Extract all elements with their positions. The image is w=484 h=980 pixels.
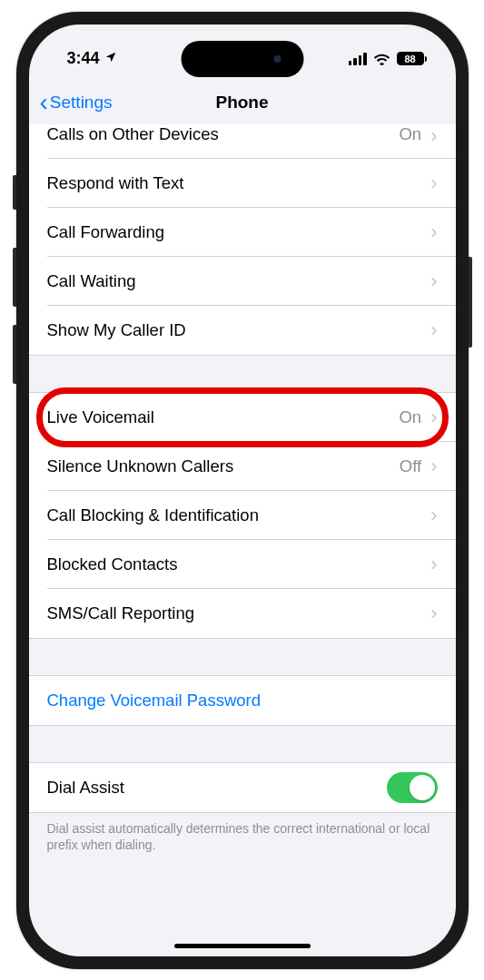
home-indicator[interactable] bbox=[174, 944, 311, 948]
back-button[interactable]: ‹ Settings bbox=[40, 90, 113, 115]
settings-group-voicemail-password: Change Voicemail Password bbox=[29, 675, 456, 726]
phone-frame: 3:44 88 bbox=[16, 12, 469, 969]
row-label: Calls on Other Devices bbox=[47, 124, 400, 144]
settings-group-calls: Calls on Other Devices On › Respond with… bbox=[29, 124, 456, 356]
row-dial-assist[interactable]: Dial Assist bbox=[29, 763, 456, 812]
row-value: Off bbox=[400, 456, 421, 476]
cellular-signal-icon bbox=[349, 53, 367, 65]
status-time: 3:44 bbox=[67, 49, 100, 68]
row-label: Call Waiting bbox=[47, 271, 431, 291]
chevron-right-icon: › bbox=[430, 406, 437, 429]
location-arrow-icon bbox=[104, 51, 117, 67]
battery-percentage: 88 bbox=[404, 54, 415, 64]
row-value: On bbox=[399, 124, 421, 144]
volume-up-button bbox=[13, 248, 16, 307]
chevron-right-icon: › bbox=[430, 124, 437, 148]
wifi-icon bbox=[373, 53, 390, 65]
row-call-waiting[interactable]: Call Waiting › bbox=[29, 257, 456, 306]
chevron-left-icon: ‹ bbox=[40, 90, 48, 115]
settings-content[interactable]: Calls on Other Devices On › Respond with… bbox=[29, 124, 456, 956]
screen: 3:44 88 bbox=[29, 24, 456, 956]
row-label: Call Blocking & Identification bbox=[47, 505, 431, 525]
status-left: 3:44 bbox=[67, 49, 117, 68]
chevron-right-icon: › bbox=[430, 553, 437, 576]
chevron-right-icon: › bbox=[430, 220, 437, 244]
silence-switch bbox=[13, 175, 16, 210]
row-call-forwarding[interactable]: Call Forwarding › bbox=[29, 208, 456, 257]
dial-assist-footer: Dial assist automatically determines the… bbox=[29, 813, 456, 873]
row-label: Show My Caller ID bbox=[47, 320, 431, 340]
row-change-voicemail-password[interactable]: Change Voicemail Password bbox=[29, 676, 456, 725]
settings-group-voicemail: Live Voicemail On › Silence Unknown Call… bbox=[29, 392, 456, 639]
chevron-right-icon: › bbox=[430, 504, 437, 527]
battery-icon: 88 bbox=[397, 52, 427, 65]
row-show-caller-id[interactable]: Show My Caller ID › bbox=[29, 306, 456, 355]
row-label: Change Voicemail Password bbox=[47, 691, 438, 710]
row-blocked-contacts[interactable]: Blocked Contacts › bbox=[29, 540, 456, 589]
chevron-right-icon: › bbox=[430, 172, 437, 195]
row-label: Blocked Contacts bbox=[47, 554, 431, 574]
chevron-right-icon: › bbox=[430, 318, 437, 342]
chevron-right-icon: › bbox=[430, 455, 437, 478]
row-value: On bbox=[399, 407, 421, 427]
back-label: Settings bbox=[50, 93, 113, 113]
row-sms-call-reporting[interactable]: SMS/Call Reporting › bbox=[29, 589, 456, 638]
row-label: Call Forwarding bbox=[47, 222, 431, 242]
row-label: Respond with Text bbox=[47, 173, 431, 193]
row-calls-other-devices[interactable]: Calls on Other Devices On › bbox=[29, 124, 456, 159]
row-label: Live Voicemail bbox=[47, 407, 400, 427]
power-button bbox=[469, 257, 472, 348]
nav-bar: ‹ Settings Phone bbox=[29, 81, 456, 124]
dial-assist-toggle[interactable] bbox=[387, 772, 438, 803]
settings-group-dial-assist: Dial Assist bbox=[29, 762, 456, 813]
row-label: SMS/Call Reporting bbox=[47, 603, 431, 623]
row-label: Silence Unknown Callers bbox=[47, 456, 400, 476]
chevron-right-icon: › bbox=[430, 270, 437, 293]
volume-down-button bbox=[13, 325, 16, 384]
row-silence-unknown-callers[interactable]: Silence Unknown Callers Off › bbox=[29, 442, 456, 491]
row-call-blocking-identification[interactable]: Call Blocking & Identification › bbox=[29, 491, 456, 540]
status-right: 88 bbox=[349, 52, 427, 65]
row-label: Dial Assist bbox=[47, 778, 387, 798]
row-live-voicemail[interactable]: Live Voicemail On › bbox=[29, 393, 456, 442]
page-title: Phone bbox=[215, 93, 268, 113]
row-respond-with-text[interactable]: Respond with Text › bbox=[29, 159, 456, 208]
dynamic-island bbox=[181, 41, 303, 77]
chevron-right-icon: › bbox=[430, 602, 437, 625]
